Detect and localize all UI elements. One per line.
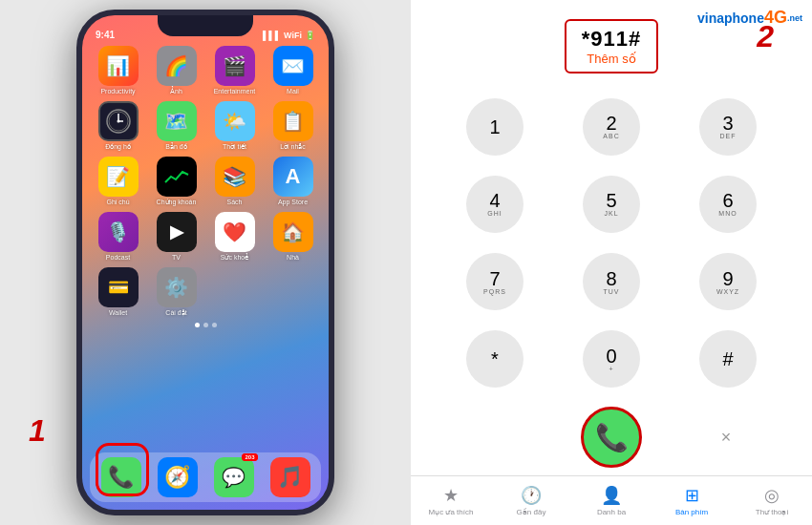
app-icon-mail[interactable]: ✉️Mail <box>267 46 319 95</box>
app-icon-entertainment[interactable]: 🎬Entertainment <box>208 46 261 95</box>
key-7[interactable]: 7PQRS <box>466 253 524 310</box>
app-grid: 📊Productivity🌈Ảnh🎬Entertainment✉️MailĐồn… <box>82 42 329 317</box>
tab-danh-ba[interactable]: 👤Danh ba <box>571 476 652 525</box>
dock-icon-safari[interactable]: 🧭 <box>151 457 203 497</box>
key-*[interactable]: * <box>466 330 524 388</box>
tab-mục-ưa-thích[interactable]: ★Mục ưa thích <box>411 476 491 525</box>
app-icon-wallet[interactable]: 💳Wallet <box>92 267 144 317</box>
key-3[interactable]: 3DEF <box>699 98 757 156</box>
spacer-left <box>439 409 497 466</box>
key-1[interactable]: 1 <box>466 98 524 156</box>
status-time: 9:41 <box>96 30 115 40</box>
key-0[interactable]: 0+ <box>583 330 640 388</box>
dock: 📞🧭💬203203🎵 <box>90 452 321 502</box>
battery-icon: 🔋 <box>305 31 315 40</box>
dialer-keys: 12ABC3DEF4GHI5JKL6MNO7PQRS8TUV9WXYZ*0+# <box>411 83 812 403</box>
app-icon-app-store[interactable]: AApp Store <box>267 157 319 206</box>
app-icon-bản-đồ[interactable]: 🗺️Bản đồ <box>150 101 203 151</box>
app-icon-tv[interactable]: ▶TV <box>150 212 203 262</box>
dialer-number: *911# <box>582 27 642 52</box>
key-4[interactable]: 4GHI <box>466 176 524 233</box>
phone-screen: 9:41 ▌▌▌ WiFi 🔋 📊Productivity🌈Ảnh🎬Entert… <box>82 15 329 510</box>
key-2[interactable]: 2ABC <box>583 98 640 156</box>
app-icon-lời-nhắc[interactable]: 📋Lời nhắc <box>267 101 319 151</box>
step-1-label: 1 <box>29 413 46 449</box>
dock-icon-phone[interactable]: 📞 <box>95 457 147 497</box>
dialer-input-box: *911# Thêm số <box>565 19 659 74</box>
key-8[interactable]: 8TUV <box>583 253 640 310</box>
app-icon-sức-khoẻ[interactable]: ❤️Sức khoẻ <box>208 212 261 262</box>
key-9[interactable]: 9WXYZ <box>699 253 757 310</box>
app-icon-thời-tiết[interactable]: 🌤️Thời tiết <box>208 101 261 151</box>
tab-bàn-phím[interactable]: ⊞Bàn phím <box>652 476 732 525</box>
dialer-display: *911# Thêm số 2 <box>411 0 812 83</box>
app-icon-podcast[interactable]: 🎙️Podcast <box>92 212 144 262</box>
step-2-label: 2 <box>757 19 774 54</box>
app-icon-sách[interactable]: 📚Sách <box>208 157 261 206</box>
dialer-tabs: ★Mục ưa thích🕐Gần đây👤Danh ba⊞Bàn phím◎T… <box>411 475 812 525</box>
phone-frame: 9:41 ▌▌▌ WiFi 🔋 📊Productivity🌈Ảnh🎬Entert… <box>76 10 334 515</box>
app-icon-chứng-khoán[interactable]: Chứng khoán <box>150 157 203 206</box>
page-dots <box>82 323 329 327</box>
app-icon-ghi-chú[interactable]: 📝Ghi chú <box>92 157 144 206</box>
phone-section: 1 9:41 ▌▌▌ WiFi 🔋 📊Productivity🌈Ảnh🎬Ente… <box>0 0 411 525</box>
key-6[interactable]: 6MNO <box>699 176 757 233</box>
call-row: 📞 × <box>411 403 812 475</box>
wifi-icon: WiFi <box>284 31 302 40</box>
svg-point-4 <box>117 120 119 123</box>
dot-3 <box>212 323 217 327</box>
dialer-add-text: Thêm số <box>582 52 642 66</box>
app-icon-cài-đặt[interactable]: ⚙️Cài đặt <box>150 267 203 317</box>
key-#[interactable]: # <box>699 330 757 388</box>
key-5[interactable]: 5JKL <box>583 176 640 233</box>
status-icons: ▌▌▌ WiFi 🔋 <box>263 31 315 40</box>
phone-notch <box>158 15 253 36</box>
signal-icon: ▌▌▌ <box>263 31 281 40</box>
dock-icon-messages[interactable]: 💬203203 <box>207 457 260 497</box>
delete-button[interactable]: × <box>669 407 783 468</box>
app-icon-ảnh[interactable]: 🌈Ảnh <box>150 46 203 95</box>
dialer-section: vinaphone4G.net *911# Thêm số 2 12ABC3DE… <box>411 0 812 525</box>
tab-gần-đây[interactable]: 🕐Gần đây <box>491 476 571 525</box>
call-button[interactable]: 📞 <box>581 407 642 468</box>
dot-2 <box>203 323 208 327</box>
app-icon-đồng-hồ[interactable]: Đồng hồ <box>92 101 144 151</box>
app-icon-nhà[interactable]: 🏠Nhà <box>267 212 319 262</box>
dock-icon-music[interactable]: 🎵 <box>264 457 316 497</box>
app-icon-productivity[interactable]: 📊Productivity <box>92 46 144 95</box>
tab-thư-thoại[interactable]: ◎Thư thoại <box>732 476 812 525</box>
dot-1 <box>195 323 200 327</box>
